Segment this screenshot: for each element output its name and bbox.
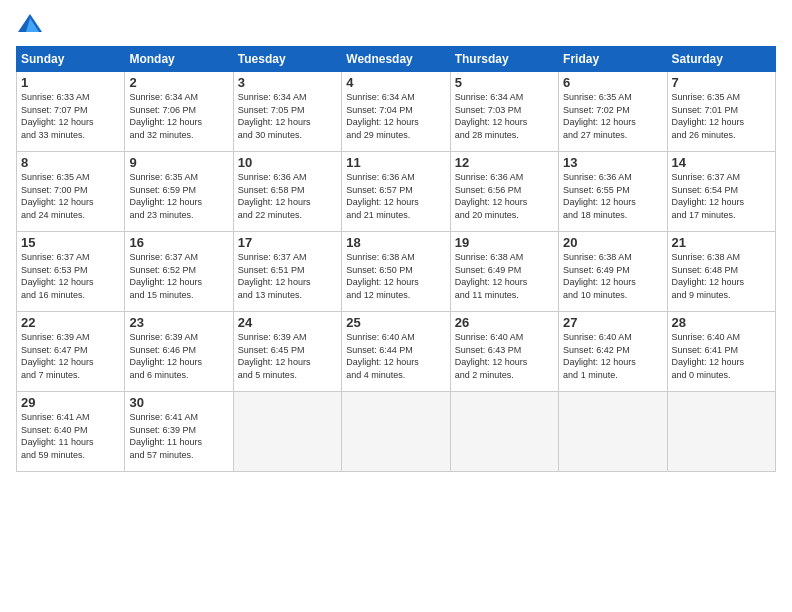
calendar-header: SundayMondayTuesdayWednesdayThursdayFrid… xyxy=(17,47,776,72)
weekday-header-friday: Friday xyxy=(559,47,667,72)
calendar-cell: 23Sunrise: 6:39 AM Sunset: 6:46 PM Dayli… xyxy=(125,312,233,392)
weekday-header-monday: Monday xyxy=(125,47,233,72)
day-number: 2 xyxy=(129,75,228,90)
calendar-cell xyxy=(667,392,775,472)
day-number: 12 xyxy=(455,155,554,170)
calendar-cell: 18Sunrise: 6:38 AM Sunset: 6:50 PM Dayli… xyxy=(342,232,450,312)
day-info: Sunrise: 6:34 AM Sunset: 7:04 PM Dayligh… xyxy=(346,91,445,141)
day-info: Sunrise: 6:36 AM Sunset: 6:55 PM Dayligh… xyxy=(563,171,662,221)
calendar-week-4: 29Sunrise: 6:41 AM Sunset: 6:40 PM Dayli… xyxy=(17,392,776,472)
logo xyxy=(16,10,48,38)
day-info: Sunrise: 6:38 AM Sunset: 6:49 PM Dayligh… xyxy=(455,251,554,301)
day-number: 25 xyxy=(346,315,445,330)
day-info: Sunrise: 6:35 AM Sunset: 7:01 PM Dayligh… xyxy=(672,91,771,141)
calendar-cell: 7Sunrise: 6:35 AM Sunset: 7:01 PM Daylig… xyxy=(667,72,775,152)
weekday-header-saturday: Saturday xyxy=(667,47,775,72)
calendar-cell: 2Sunrise: 6:34 AM Sunset: 7:06 PM Daylig… xyxy=(125,72,233,152)
calendar-cell: 28Sunrise: 6:40 AM Sunset: 6:41 PM Dayli… xyxy=(667,312,775,392)
day-info: Sunrise: 6:38 AM Sunset: 6:49 PM Dayligh… xyxy=(563,251,662,301)
day-info: Sunrise: 6:39 AM Sunset: 6:47 PM Dayligh… xyxy=(21,331,120,381)
calendar-cell: 27Sunrise: 6:40 AM Sunset: 6:42 PM Dayli… xyxy=(559,312,667,392)
day-info: Sunrise: 6:39 AM Sunset: 6:45 PM Dayligh… xyxy=(238,331,337,381)
calendar-cell: 14Sunrise: 6:37 AM Sunset: 6:54 PM Dayli… xyxy=(667,152,775,232)
day-info: Sunrise: 6:39 AM Sunset: 6:46 PM Dayligh… xyxy=(129,331,228,381)
day-number: 23 xyxy=(129,315,228,330)
day-number: 15 xyxy=(21,235,120,250)
calendar-cell: 11Sunrise: 6:36 AM Sunset: 6:57 PM Dayli… xyxy=(342,152,450,232)
day-info: Sunrise: 6:38 AM Sunset: 6:48 PM Dayligh… xyxy=(672,251,771,301)
calendar-cell: 12Sunrise: 6:36 AM Sunset: 6:56 PM Dayli… xyxy=(450,152,558,232)
calendar-week-2: 15Sunrise: 6:37 AM Sunset: 6:53 PM Dayli… xyxy=(17,232,776,312)
day-info: Sunrise: 6:35 AM Sunset: 7:02 PM Dayligh… xyxy=(563,91,662,141)
day-info: Sunrise: 6:37 AM Sunset: 6:53 PM Dayligh… xyxy=(21,251,120,301)
day-info: Sunrise: 6:35 AM Sunset: 7:00 PM Dayligh… xyxy=(21,171,120,221)
day-number: 13 xyxy=(563,155,662,170)
day-number: 11 xyxy=(346,155,445,170)
day-info: Sunrise: 6:41 AM Sunset: 6:39 PM Dayligh… xyxy=(129,411,228,461)
weekday-header-sunday: Sunday xyxy=(17,47,125,72)
day-info: Sunrise: 6:37 AM Sunset: 6:51 PM Dayligh… xyxy=(238,251,337,301)
day-number: 9 xyxy=(129,155,228,170)
calendar-cell: 1Sunrise: 6:33 AM Sunset: 7:07 PM Daylig… xyxy=(17,72,125,152)
day-info: Sunrise: 6:35 AM Sunset: 6:59 PM Dayligh… xyxy=(129,171,228,221)
day-info: Sunrise: 6:37 AM Sunset: 6:52 PM Dayligh… xyxy=(129,251,228,301)
calendar-cell: 24Sunrise: 6:39 AM Sunset: 6:45 PM Dayli… xyxy=(233,312,341,392)
calendar-cell: 16Sunrise: 6:37 AM Sunset: 6:52 PM Dayli… xyxy=(125,232,233,312)
calendar-cell: 22Sunrise: 6:39 AM Sunset: 6:47 PM Dayli… xyxy=(17,312,125,392)
calendar-body: 1Sunrise: 6:33 AM Sunset: 7:07 PM Daylig… xyxy=(17,72,776,472)
day-number: 8 xyxy=(21,155,120,170)
calendar-cell xyxy=(233,392,341,472)
calendar-cell: 13Sunrise: 6:36 AM Sunset: 6:55 PM Dayli… xyxy=(559,152,667,232)
day-info: Sunrise: 6:38 AM Sunset: 6:50 PM Dayligh… xyxy=(346,251,445,301)
day-number: 4 xyxy=(346,75,445,90)
calendar-cell: 3Sunrise: 6:34 AM Sunset: 7:05 PM Daylig… xyxy=(233,72,341,152)
day-number: 30 xyxy=(129,395,228,410)
calendar-cell: 19Sunrise: 6:38 AM Sunset: 6:49 PM Dayli… xyxy=(450,232,558,312)
day-info: Sunrise: 6:34 AM Sunset: 7:06 PM Dayligh… xyxy=(129,91,228,141)
day-info: Sunrise: 6:40 AM Sunset: 6:44 PM Dayligh… xyxy=(346,331,445,381)
day-info: Sunrise: 6:36 AM Sunset: 6:58 PM Dayligh… xyxy=(238,171,337,221)
day-number: 10 xyxy=(238,155,337,170)
calendar-week-0: 1Sunrise: 6:33 AM Sunset: 7:07 PM Daylig… xyxy=(17,72,776,152)
calendar-cell: 25Sunrise: 6:40 AM Sunset: 6:44 PM Dayli… xyxy=(342,312,450,392)
day-number: 6 xyxy=(563,75,662,90)
day-info: Sunrise: 6:36 AM Sunset: 6:57 PM Dayligh… xyxy=(346,171,445,221)
day-number: 7 xyxy=(672,75,771,90)
calendar-cell xyxy=(450,392,558,472)
day-info: Sunrise: 6:40 AM Sunset: 6:42 PM Dayligh… xyxy=(563,331,662,381)
day-info: Sunrise: 6:34 AM Sunset: 7:05 PM Dayligh… xyxy=(238,91,337,141)
day-number: 17 xyxy=(238,235,337,250)
logo-icon xyxy=(16,10,44,38)
calendar-cell xyxy=(342,392,450,472)
calendar-cell: 8Sunrise: 6:35 AM Sunset: 7:00 PM Daylig… xyxy=(17,152,125,232)
day-number: 1 xyxy=(21,75,120,90)
day-number: 5 xyxy=(455,75,554,90)
day-number: 29 xyxy=(21,395,120,410)
calendar-cell: 20Sunrise: 6:38 AM Sunset: 6:49 PM Dayli… xyxy=(559,232,667,312)
day-info: Sunrise: 6:36 AM Sunset: 6:56 PM Dayligh… xyxy=(455,171,554,221)
weekday-header-tuesday: Tuesday xyxy=(233,47,341,72)
day-number: 19 xyxy=(455,235,554,250)
page: SundayMondayTuesdayWednesdayThursdayFrid… xyxy=(0,0,792,612)
calendar-week-1: 8Sunrise: 6:35 AM Sunset: 7:00 PM Daylig… xyxy=(17,152,776,232)
day-number: 26 xyxy=(455,315,554,330)
calendar-cell: 26Sunrise: 6:40 AM Sunset: 6:43 PM Dayli… xyxy=(450,312,558,392)
calendar-cell: 10Sunrise: 6:36 AM Sunset: 6:58 PM Dayli… xyxy=(233,152,341,232)
day-number: 14 xyxy=(672,155,771,170)
calendar: SundayMondayTuesdayWednesdayThursdayFrid… xyxy=(16,46,776,472)
calendar-week-3: 22Sunrise: 6:39 AM Sunset: 6:47 PM Dayli… xyxy=(17,312,776,392)
day-info: Sunrise: 6:41 AM Sunset: 6:40 PM Dayligh… xyxy=(21,411,120,461)
weekday-header-thursday: Thursday xyxy=(450,47,558,72)
weekday-row: SundayMondayTuesdayWednesdayThursdayFrid… xyxy=(17,47,776,72)
calendar-cell: 6Sunrise: 6:35 AM Sunset: 7:02 PM Daylig… xyxy=(559,72,667,152)
day-number: 20 xyxy=(563,235,662,250)
day-number: 3 xyxy=(238,75,337,90)
day-info: Sunrise: 6:33 AM Sunset: 7:07 PM Dayligh… xyxy=(21,91,120,141)
calendar-cell xyxy=(559,392,667,472)
day-number: 22 xyxy=(21,315,120,330)
calendar-cell: 9Sunrise: 6:35 AM Sunset: 6:59 PM Daylig… xyxy=(125,152,233,232)
day-info: Sunrise: 6:37 AM Sunset: 6:54 PM Dayligh… xyxy=(672,171,771,221)
calendar-cell: 15Sunrise: 6:37 AM Sunset: 6:53 PM Dayli… xyxy=(17,232,125,312)
day-number: 21 xyxy=(672,235,771,250)
calendar-cell: 21Sunrise: 6:38 AM Sunset: 6:48 PM Dayli… xyxy=(667,232,775,312)
